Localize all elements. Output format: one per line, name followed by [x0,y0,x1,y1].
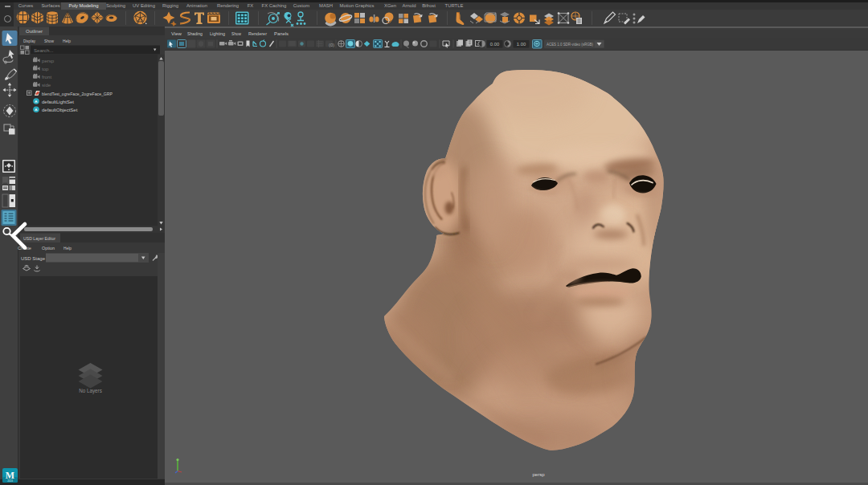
svg-text:defaultLightSet: defaultLightSet [42,100,74,104]
svg-text:Display: Display [23,38,36,43]
svg-text:0.00: 0.00 [490,42,499,47]
svg-text:front: front [42,74,52,79]
svg-text:blendTest_ogreFace_2ogreFace_G: blendTest_ogreFace_2ogreFace_GRP [42,92,113,96]
svg-text:Lighting: Lighting [210,31,225,36]
svg-text:top: top [42,66,49,71]
svg-text:2024: 2024 [7,479,13,483]
svg-text:Show: Show [231,31,241,36]
svg-text:side: side [42,82,51,88]
svg-text:Help: Help [63,245,72,251]
svg-text:View: View [171,31,182,36]
svg-text:1.00: 1.00 [517,42,526,47]
svg-text:Option: Option [42,245,55,251]
svg-text:No Layers: No Layers [79,388,102,394]
svg-text:Renderer: Renderer [248,31,267,36]
svg-text:(0): (0) [329,43,334,47]
svg-text:Help: Help [63,38,71,43]
svg-text:Show: Show [44,38,54,43]
svg-text:defaultObjectSet: defaultObjectSet [42,108,78,112]
svg-text:Shading: Shading [187,31,203,36]
svg-text:USD Layer Editor: USD Layer Editor [23,236,55,241]
svg-text:Outliner: Outliner [26,29,43,34]
svg-text:USD Stage: USD Stage [21,256,46,261]
svg-text:Search...: Search... [34,47,54,53]
svg-text:Panels: Panels [274,31,289,36]
svg-text:persp: persp [42,58,55,63]
svg-text:ACES 1.0 SDR-video (sRGB): ACES 1.0 SDR-video (sRGB) [547,42,593,47]
